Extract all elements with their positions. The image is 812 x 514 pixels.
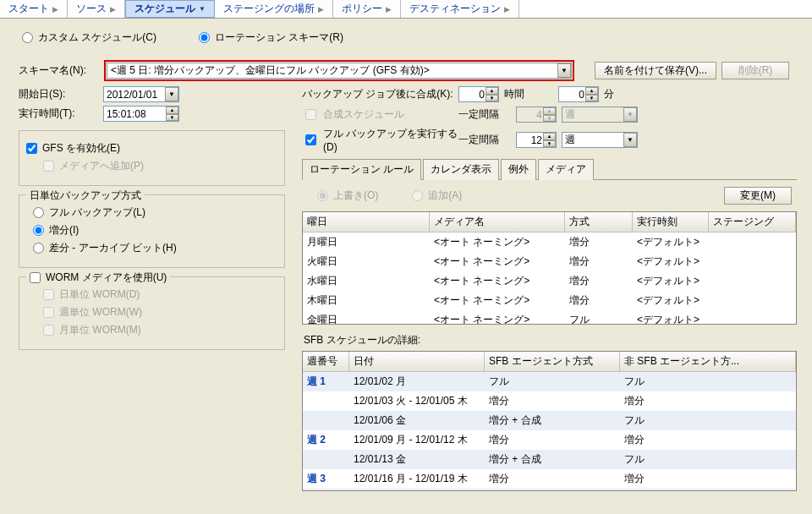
gfs-enable-check[interactable]: GFS を有効化(E)	[26, 141, 276, 156]
schema-highlight: <週 5 日: 増分バックアップ、金曜日にフル バックアップ (GFS 有効)>…	[104, 60, 574, 81]
start-date-input[interactable]: 2012/01/01 ▼	[103, 86, 179, 102]
spinner-icon[interactable]: ▲▼	[585, 87, 598, 101]
table-row[interactable]: 月曜日<オート ネーミング>増分<デフォルト>	[303, 232, 796, 252]
grid-body[interactable]: 月曜日<オート ネーミング>増分<デフォルト>火曜日<オート ネーミング>増分<…	[303, 232, 796, 324]
radio-incremental[interactable]: 増分(I)	[33, 223, 276, 238]
col-method[interactable]: 方式	[565, 212, 633, 232]
wizard-tabs: スタート▶ ソース▶ スケジュール▼ ステージングの場所▶ ポリシー▶ デスティ…	[0, 0, 812, 19]
cell: 週 1	[303, 374, 349, 390]
cell: 増分	[485, 432, 620, 448]
hours-input[interactable]: 0▲▼	[458, 86, 499, 102]
check-label: フル バックアップを実行する(D)	[323, 127, 458, 153]
change-button[interactable]: 変更(M)	[724, 187, 792, 205]
cell	[709, 234, 796, 250]
daily-backup-groupbox: 日単位バックアップ方式 フル バックアップ(L) 増分(I) 差分 - アーカイ…	[19, 194, 285, 268]
cell: <オート ネーミング>	[430, 234, 565, 250]
radio-rotation-schema[interactable]: ローテーション スキーマ(R)	[199, 30, 343, 45]
cell: 週 3	[303, 471, 349, 487]
tab-source[interactable]: ソース▶	[68, 0, 125, 18]
cell: 木曜日	[303, 293, 430, 309]
check-label: WORM メディアを使用(U)	[46, 271, 167, 285]
tab-calendar[interactable]: カレンダ表示	[423, 159, 499, 180]
col-sfb-agent[interactable]: SFB エージェント方式	[485, 352, 620, 371]
dropdown-icon: ▼	[623, 107, 637, 122]
chevron-right-icon: ▶	[318, 5, 324, 14]
cell: 増分	[485, 393, 620, 409]
tab-media[interactable]: メディア	[538, 159, 594, 180]
schema-select[interactable]: <週 5 日: 増分バックアップ、金曜日にフル バックアップ (GFS 有効)>…	[107, 63, 572, 79]
cell: 増分	[620, 393, 796, 409]
save-as-button[interactable]: 名前を付けて保存(V)...	[595, 62, 716, 79]
grid-body[interactable]: 週 112/01/02 月フルフル12/01/03 火 - 12/01/05 木…	[303, 372, 796, 490]
tab-start[interactable]: スタート▶	[0, 0, 68, 18]
chevron-right-icon: ▶	[52, 5, 58, 14]
col-date[interactable]: 日付	[349, 352, 485, 371]
gfs-groupbox: GFS を有効化(E) メディアへ追加(P)	[19, 130, 285, 186]
cell: 月曜日	[303, 234, 430, 250]
full-num-input[interactable]: 12▲▼	[516, 132, 557, 148]
tab-exception[interactable]: 例外	[501, 159, 536, 180]
radio-custom-schedule[interactable]: カスタム スケジュール(C)	[22, 30, 156, 45]
tab-staging[interactable]: ステージングの場所▶	[215, 0, 333, 18]
chevron-right-icon: ▶	[110, 5, 116, 14]
table-row[interactable]: 12/01/20 金増分 + 合成フル	[303, 489, 796, 490]
col-weeknum[interactable]: 週番号	[303, 352, 349, 371]
check-label: GFS を有効化(E)	[42, 141, 120, 156]
worm-groupbox: WORM メディアを使用(U) 日単位 WORM(D) 週単位 WORM(W) …	[19, 276, 285, 350]
table-row[interactable]: 12/01/03 火 - 12/01/05 木増分増分	[303, 391, 796, 411]
cell: 増分	[620, 432, 796, 448]
minutes-input[interactable]: 0▲▼	[558, 86, 599, 102]
consolidate-label: バックアップ ジョブ後に合成(K):	[302, 87, 458, 101]
table-row[interactable]: 12/01/06 金増分 + 合成フル	[303, 411, 796, 430]
worm-use-check[interactable]: WORM メディアを使用(U)	[30, 271, 167, 285]
exec-time-input[interactable]: 15:01:08 ▲▼	[103, 106, 179, 122]
table-row[interactable]: 週 112/01/02 月フルフル	[303, 372, 796, 391]
spinner-icon[interactable]: ▲▼	[166, 107, 178, 121]
delete-button: 削除(R)	[721, 62, 789, 79]
tab-label: ポリシー	[342, 2, 382, 16]
tab-policy[interactable]: ポリシー▶	[333, 0, 401, 18]
dropdown-icon[interactable]: ▼	[557, 63, 571, 78]
table-row[interactable]: 12/01/13 金増分 + 合成フル	[303, 450, 796, 469]
col-exectime[interactable]: 実行時刻	[633, 212, 709, 232]
col-nonsfb-agent[interactable]: 非 SFB エージェント方...	[620, 352, 796, 371]
worm-legend: WORM メディアを使用(U)	[26, 271, 170, 285]
cell: <デフォルト>	[633, 312, 709, 324]
table-row[interactable]: 週 312/01/16 月 - 12/01/19 木増分増分	[303, 469, 796, 489]
cell: フル	[565, 312, 633, 324]
radio-label: 差分 - アーカイブ ビット(H)	[49, 241, 177, 255]
col-staging[interactable]: ステージング	[709, 212, 796, 232]
cell	[303, 393, 349, 409]
cell	[303, 413, 349, 429]
cell: 12/01/16 月 - 12/01/19 木	[349, 471, 485, 487]
synth-schedule-check: 合成スケジュール	[302, 107, 458, 123]
dropdown-icon[interactable]: ▼	[165, 87, 178, 101]
spinner-icon[interactable]: ▲▼	[543, 133, 556, 147]
col-day[interactable]: 曜日	[303, 212, 430, 232]
cell: 12/01/13 金	[349, 451, 485, 468]
run-full-check[interactable]: フル バックアップを実行する(D)	[302, 127, 458, 153]
table-row[interactable]: 水曜日<オート ネーミング>増分<デフォルト>	[303, 271, 796, 291]
table-row[interactable]: 木曜日<オート ネーミング>増分<デフォルト>	[303, 291, 796, 310]
radio-differential[interactable]: 差分 - アーカイブ ビット(H)	[33, 241, 276, 255]
table-row[interactable]: 火曜日<オート ネーミング>増分<デフォルト>	[303, 252, 796, 271]
table-row[interactable]: 金曜日<オート ネーミング>フル<デフォルト>	[303, 310, 796, 324]
cell: <オート ネーミング>	[430, 293, 565, 309]
radio-label: 上書き(O)	[333, 189, 378, 203]
dropdown-icon[interactable]: ▼	[623, 133, 637, 147]
sfb-grid: 週番号 日付 SFB エージェント方式 非 SFB エージェント方... 週 1…	[302, 351, 797, 491]
radio-full-backup[interactable]: フル バックアップ(L)	[33, 205, 276, 220]
spinner-icon[interactable]: ▲▼	[486, 87, 498, 101]
tab-destination[interactable]: デスティネーション▶	[401, 0, 519, 18]
full-unit-combo[interactable]: 週▼	[562, 132, 638, 148]
col-media[interactable]: メディア名	[430, 212, 565, 232]
table-row[interactable]: 週 212/01/09 月 - 12/01/12 木増分増分	[303, 430, 796, 450]
cell: 増分	[565, 254, 633, 270]
num-value: 12	[531, 134, 542, 146]
radio-label: カスタム スケジュール(C)	[38, 30, 156, 45]
tab-rotation-rule[interactable]: ローテーション ルール	[302, 159, 421, 180]
cell: <オート ネーミング>	[430, 273, 565, 289]
num-value: 0	[479, 89, 485, 101]
exec-time-value: 15:01:08	[107, 108, 146, 120]
tab-schedule[interactable]: スケジュール▼	[125, 0, 215, 18]
